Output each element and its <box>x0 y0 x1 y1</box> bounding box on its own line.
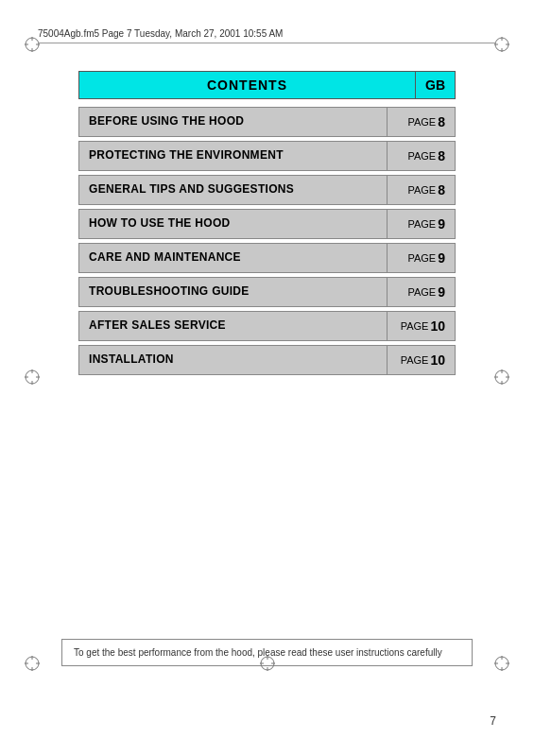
crosshair-mid-right <box>493 369 510 389</box>
contents-header: CONTENTS GB <box>78 71 456 99</box>
page-num: 8 <box>438 114 445 129</box>
contents-title: CONTENTS <box>78 71 416 99</box>
toc-page-protecting: PAGE 8 <box>387 142 455 170</box>
page-word: PAGE <box>401 320 429 332</box>
toc-page-how-to-use: PAGE 9 <box>387 210 455 238</box>
toc-title-general-tips: GENERAL TIPS AND SUGGESTIONS <box>79 176 387 204</box>
page-word: PAGE <box>407 218 436 230</box>
toc-title-after-sales: AFTER SALES SERVICE <box>79 312 387 340</box>
toc-title-troubleshooting: TROUBLESHOOTING GUIDE <box>79 278 387 306</box>
page-num: 8 <box>438 182 445 198</box>
file-info: 75004Agb.fm5 Page 7 Tuesday, March 27, 2… <box>38 28 283 39</box>
toc-page-after-sales: PAGE 10 <box>387 312 455 340</box>
crosshair-bottom-left <box>24 655 41 676</box>
toc-row-care: CARE AND MAINTENANCE PAGE 9 <box>78 243 456 273</box>
toc-page-troubleshooting: PAGE 9 <box>387 278 455 306</box>
content-area: CONTENTS GB BEFORE USING THE HOOD PAGE 8… <box>78 71 456 379</box>
page-word: PAGE <box>407 286 436 298</box>
toc-page-before-using: PAGE 8 <box>387 108 455 136</box>
page-num: 9 <box>438 284 445 300</box>
page-word: PAGE <box>401 354 429 366</box>
toc-title-care: CARE AND MAINTENANCE <box>79 244 387 272</box>
header-bar: 75004Agb.fm5 Page 7 Tuesday, March 27, 2… <box>38 28 496 43</box>
toc-row-protecting: PROTECTING THE ENVIRONMENT PAGE 8 <box>78 141 456 171</box>
page-word: PAGE <box>407 252 436 264</box>
toc-row-troubleshooting: TROUBLESHOOTING GUIDE PAGE 9 <box>78 277 456 307</box>
crosshair-bottom-right <box>493 655 510 676</box>
crosshair-bottom-center <box>259 655 276 676</box>
toc-page-general-tips: PAGE 8 <box>387 176 455 204</box>
toc-row-installation: INSTALLATION PAGE 10 <box>78 345 456 375</box>
contents-gb: GB <box>416 71 456 99</box>
toc-title-installation: INSTALLATION <box>79 346 387 374</box>
page-num: 10 <box>430 352 445 368</box>
page-num: 9 <box>438 216 445 232</box>
page-word: PAGE <box>407 150 436 162</box>
page-num: 9 <box>438 250 445 266</box>
toc-title-before-using: BEFORE USING THE HOOD <box>79 108 387 136</box>
toc-row-general-tips: GENERAL TIPS AND SUGGESTIONS PAGE 8 <box>78 175 456 205</box>
toc-row-before-using: BEFORE USING THE HOOD PAGE 8 <box>78 107 456 137</box>
page-num: 8 <box>438 148 445 163</box>
toc-page-care: PAGE 9 <box>387 244 455 272</box>
page-word: PAGE <box>407 116 436 128</box>
toc-title-protecting: PROTECTING THE ENVIRONMENT <box>79 142 387 170</box>
page-num: 10 <box>430 318 445 334</box>
toc-row-after-sales: AFTER SALES SERVICE PAGE 10 <box>78 311 456 341</box>
toc-row-how-to-use: HOW TO USE THE HOOD PAGE 9 <box>78 209 456 239</box>
page-word: PAGE <box>407 184 436 196</box>
page-number: 7 <box>490 714 496 728</box>
toc-page-installation: PAGE 10 <box>387 346 455 374</box>
page-container: 75004Agb.fm5 Page 7 Tuesday, March 27, 2… <box>0 0 534 756</box>
toc-title-how-to-use: HOW TO USE THE HOOD <box>79 210 387 238</box>
crosshair-mid-left <box>24 369 41 389</box>
